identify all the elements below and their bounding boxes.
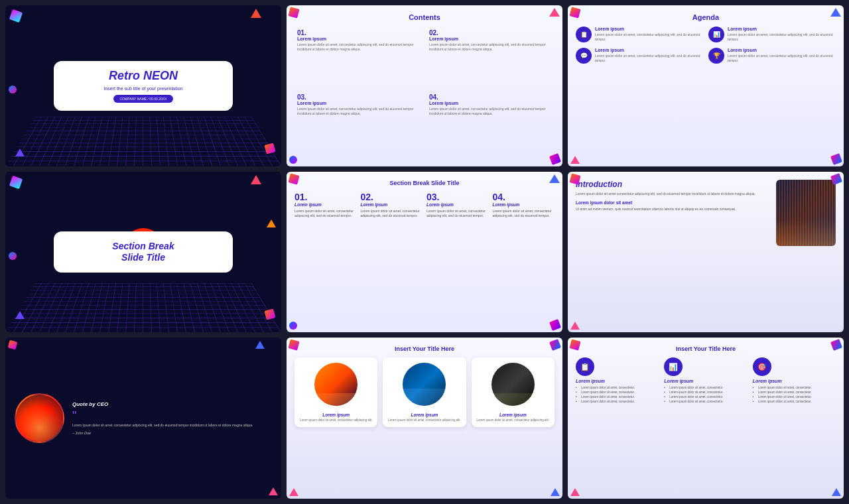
quote-text: Lorem ipsum dolor sit amet, consectetur … — [72, 423, 272, 428]
col-text-3: Lorem ipsum dolor sit amet, consectetur … — [426, 209, 489, 219]
bullet-2-4: Lorem ipsum dolor sit amet, consectetur. — [664, 400, 723, 405]
card-title-3: Lorem ipsum — [472, 411, 555, 418]
agenda-icon-2: 📊 — [708, 27, 724, 42]
deco-shape-br5 — [549, 319, 561, 331]
col-item-3: 03. Lorem ipsum Lorem ipsum dolor sit am… — [426, 192, 489, 317]
deco-tri-bl8 — [289, 488, 298, 496]
bullet-2-2: Lorem ipsum dolor sit amet, consectetur. — [664, 391, 723, 395]
content-num-3: 03. — [297, 94, 420, 101]
slide-5-section-numbers: Section Break Slide Title 01. Lorem ipsu… — [287, 172, 562, 333]
agenda-label-1: Lorem ipsum — [595, 27, 703, 31]
content-item-4: 04. Lorem ipsum Lorem ipsum dolor sit am… — [426, 91, 555, 151]
main-title: Retro NEON — [67, 69, 220, 84]
img-card-3: Lorem ipsum Lorem ipsum dolor sit amet, … — [472, 357, 555, 426]
quote-by: Quote by CEO — [72, 401, 272, 407]
icon-col-title-3: Lorem ipsum — [753, 379, 782, 383]
quote-author: – John Doe — [72, 431, 272, 435]
deco-tri-br9 — [832, 488, 841, 496]
card-text-3: Lorem ipsum dolor sit amet, consectetur … — [472, 418, 555, 422]
deco-tri-bl6 — [570, 322, 580, 330]
bullet-3-3: Lorem ipsum dolor sit amet, consectetur. — [753, 395, 812, 400]
content-text-3: Lorem ipsum dolor sit amet, consectetur … — [297, 107, 420, 116]
deco-circle-l4 — [9, 252, 17, 260]
intro-left: Introduction Lorem ipsum dolor sit amet … — [576, 180, 771, 325]
deco-tri-tr2 — [549, 8, 560, 17]
col-label-2: Lorem ipsum — [361, 202, 423, 207]
content-title-4: Lorem ipsum — [429, 101, 552, 105]
deco-tri-tr5 — [549, 174, 560, 183]
bullet-1-4: Lorem ipsum dolor sit amet, consectetur. — [576, 400, 635, 405]
card-text-2: Lorem ipsum dolor sit amet, consectetur … — [383, 418, 466, 422]
agenda-item-3: 💬 Lorem ipsum Lorem ipsum dolor sit amet… — [576, 48, 703, 64]
deco-tri-br7 — [269, 487, 278, 495]
slide-1-title: Retro NEON Insert the sub title of your … — [5, 5, 281, 166]
deco-shape-tl — [9, 9, 23, 23]
bullet-list-3: Lorem ipsum dolor sit amet, consectetur.… — [753, 386, 812, 404]
slide-6-introduction: Introduction Lorem ipsum dolor sit amet … — [568, 172, 844, 333]
agenda-item-2: 📊 Lorem ipsum Lorem ipsum dolor sit amet… — [708, 27, 836, 42]
agenda-title: Agenda — [576, 13, 836, 21]
col-text-2: Lorem ipsum dolor sit amet, consectetur … — [361, 209, 423, 219]
sub-title: Insert the sub title of your presentatio… — [67, 86, 220, 91]
agenda-item-4: 🏆 Lorem ipsum Lorem ipsum dolor sit amet… — [708, 48, 836, 64]
deco-circle-bl2 — [289, 156, 297, 164]
quote-mark: " — [72, 410, 272, 422]
bullet-list-1: Lorem ipsum dolor sit amet, consectetur.… — [576, 386, 635, 404]
col-text-4: Lorem ipsum dolor sit amet, consectetur … — [493, 209, 555, 219]
agenda-body-4: Lorem ipsum dolor sit amet, consectetur … — [728, 54, 836, 63]
deco-shape-br2 — [549, 153, 561, 165]
agenda-icon-3: 💬 — [576, 48, 592, 64]
three-icon-cols: 📋 Lorem ipsum Lorem ipsum dolor sit amet… — [576, 357, 836, 404]
deco-tri-br8 — [551, 488, 560, 496]
deco-circle-bl5 — [289, 322, 297, 330]
bullet-1-2: Lorem ipsum dolor sit amet, consectetur. — [576, 391, 635, 395]
deco-circle-l — [9, 86, 17, 94]
col-label-3: Lorem ipsum — [426, 202, 489, 207]
agenda-body-1: Lorem ipsum dolor sit amet, consectetur … — [595, 32, 703, 42]
img-card-2: Lorem ipsum Lorem ipsum dolor sit amet, … — [383, 357, 466, 426]
slide-8-image-cards: Insert Your Title Here Lorem ipsum Lorem… — [287, 338, 562, 499]
content-title-2: Lorem ipsum — [429, 36, 552, 41]
deco-tri-bl9 — [570, 488, 580, 496]
col-label-1: Lorem ipsum — [294, 202, 357, 207]
content-title-3: Lorem ipsum — [297, 101, 420, 105]
content-item-2: 02. Lorem ipsum Lorem ipsum dolor sit am… — [426, 27, 555, 87]
deco-shape-br — [264, 143, 275, 154]
col-item-4: 04. Lorem ipsum Lorem ipsum dolor sit am… — [493, 192, 555, 317]
intro-subtext: Ut enim ad minim veniam, quis nostrud ex… — [576, 207, 771, 212]
grid-floor-4 — [5, 283, 281, 332]
three-cards: Lorem ipsum Lorem ipsum dolor sit amet, … — [294, 357, 555, 426]
section-title: Section BreakSlide Title — [67, 241, 220, 263]
section-numbers-title: Section Break Slide Title — [294, 180, 555, 186]
deco-tri-r4 — [267, 220, 276, 227]
deco-tri-bl — [15, 149, 25, 157]
agenda-label-3: Lorem ipsum — [595, 48, 703, 52]
bullet-1-3: Lorem ipsum dolor sit amet, consectetur. — [576, 395, 635, 400]
deco-tri-bl3 — [570, 156, 580, 164]
slide-7-quote: Quote by CEO " Lorem ipsum dolor sit ame… — [5, 338, 281, 499]
deco-shape-tl4 — [9, 175, 23, 189]
agenda-body-3: Lorem ipsum dolor sit amet, consectetur … — [595, 54, 703, 63]
deco-tri-tr3 — [830, 8, 841, 17]
content-text-4: Lorem ipsum dolor sit amet, consectetur … — [429, 107, 552, 116]
bullet-3-1: Lorem ipsum dolor sit amet, consectetur. — [753, 386, 812, 391]
content-item-1: 01. Lorem ipsum Lorem ipsum dolor sit am… — [294, 27, 423, 87]
col-num-2: 02. — [361, 192, 423, 202]
intro-title: Introduction — [576, 180, 771, 189]
content-text-1: Lorem ipsum dolor sit amet, consectetur … — [297, 42, 420, 52]
agenda-label-2: Lorem ipsum — [728, 27, 836, 31]
card-text-1: Lorem ipsum dolor sit amet, consectetur … — [294, 418, 377, 422]
icon-col-title-1: Lorem ipsum — [576, 379, 605, 383]
slide-9-bullet-cols: Insert Your Title Here 📋 Lorem ipsum Lor… — [568, 338, 844, 499]
bullet-list-2: Lorem ipsum dolor sit amet, consectetur.… — [664, 386, 723, 404]
content-title-1: Lorem ipsum — [297, 36, 420, 41]
bullet-3-4: Lorem ipsum dolor sit amet, consectetur. — [753, 400, 812, 405]
bullet-2-1: Lorem ipsum dolor sit amet, consectetur. — [664, 386, 723, 391]
deco-tri-bl4 — [15, 311, 25, 319]
col-label-4: Lorem ipsum — [493, 202, 555, 207]
icon-col-title-2: Lorem ipsum — [664, 379, 693, 383]
slide-4-section-break: Section BreakSlide Title — [5, 172, 281, 333]
bullet-cols-title: Insert Your Title Here — [576, 346, 836, 352]
intro-image — [776, 180, 836, 246]
icon-2: 📊 — [664, 357, 683, 376]
